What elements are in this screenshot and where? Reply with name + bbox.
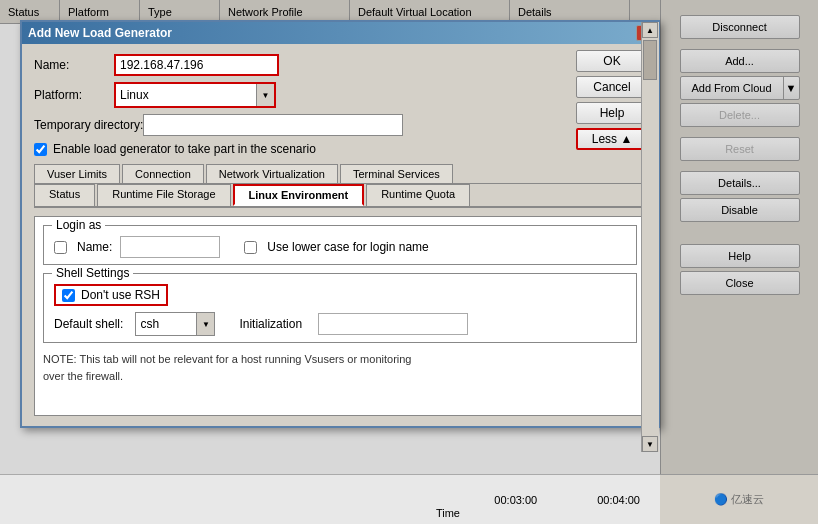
lowercase-label: Use lower case for login name <box>267 240 428 254</box>
logo-text: 🔵 亿速云 <box>714 492 764 507</box>
login-as-group: Login as Name: Use lower case for login … <box>43 225 637 265</box>
name-input[interactable] <box>114 54 279 76</box>
tabs-row-2: Status Runtime File Storage Linux Enviro… <box>34 184 646 208</box>
time2-container: 00:04:00 <box>597 494 640 506</box>
platform-select[interactable]: Linux Windows HP-UX Solaris <box>116 84 256 106</box>
scroll-up-button[interactable]: ▲ <box>642 22 658 38</box>
temp-dir-label: Temporary directory: <box>34 118 143 132</box>
modal-body: Name: Platform: Linux Windows HP-UX Sola… <box>22 44 658 426</box>
time1-value: 00:03:00 <box>494 494 537 506</box>
login-as-legend: Login as <box>52 218 105 232</box>
tab-status[interactable]: Status <box>34 184 95 206</box>
platform-row: Platform: Linux Windows HP-UX Solaris ▼ <box>34 82 646 108</box>
shell-settings-legend: Shell Settings <box>52 266 133 280</box>
name-label: Name: <box>34 58 114 72</box>
tab-runtime-quota[interactable]: Runtime Quota <box>366 184 470 206</box>
temp-dir-input[interactable] <box>143 114 403 136</box>
login-name-label: Name: <box>77 240 112 254</box>
default-shell-row: Default shell: csh bash sh ksh ▼ Initial… <box>54 312 626 336</box>
login-name-input[interactable] <box>120 236 220 258</box>
dont-use-rsh-row: Don't use RSH <box>54 284 168 306</box>
tab-linux-environment[interactable]: Linux Environment <box>233 184 365 206</box>
time1-container: 00:03:00 <box>494 494 537 506</box>
enable-label: Enable load generator to take part in th… <box>53 142 316 156</box>
note-text: NOTE: This tab will not be relevant for … <box>43 351 637 384</box>
dont-use-rsh-container: Don't use RSH <box>54 280 626 306</box>
ok-button[interactable]: OK <box>576 50 648 72</box>
shell-select[interactable]: csh bash sh ksh <box>136 314 196 334</box>
cancel-button[interactable]: Cancel <box>576 76 648 98</box>
default-shell-label: Default shell: <box>54 317 123 331</box>
temp-dir-row: Temporary directory: <box>34 114 646 136</box>
logo-area: 🔵 亿速云 <box>660 474 818 524</box>
initialization-label: Initialization <box>239 317 302 331</box>
modal-titlebar: Add New Load Generator ✕ <box>22 22 658 44</box>
lowercase-checkbox[interactable] <box>244 241 257 254</box>
scroll-down-button[interactable]: ▼ <box>642 436 658 452</box>
login-name-checkbox[interactable] <box>54 241 67 254</box>
modal-dialog: Add New Load Generator ✕ Name: Platform:… <box>20 20 660 428</box>
shell-select-arrow[interactable]: ▼ <box>196 313 214 335</box>
dont-use-rsh-label: Don't use RSH <box>81 288 160 302</box>
tab-vuser-limits[interactable]: Vuser Limits <box>34 164 120 183</box>
platform-label: Platform: <box>34 88 114 102</box>
enable-row: Enable load generator to take part in th… <box>34 142 646 156</box>
name-row: Name: <box>34 54 646 76</box>
enable-checkbox[interactable] <box>34 143 47 156</box>
scroll-thumb[interactable] <box>643 40 657 80</box>
time-area: 00:03:00 00:04:00 Time <box>0 474 660 524</box>
help-modal-button[interactable]: Help <box>576 102 648 124</box>
modal-scrollbar: ▲ ▼ <box>641 22 659 452</box>
modal-action-buttons: OK Cancel Help Less ▲ <box>576 50 648 150</box>
tab-connection[interactable]: Connection <box>122 164 204 183</box>
time2-value: 00:04:00 <box>597 494 640 506</box>
tabs-row-1: Vuser Limits Connection Network Virtuali… <box>34 164 646 184</box>
tab-panel: Login as Name: Use lower case for login … <box>34 216 646 416</box>
platform-select-arrow[interactable]: ▼ <box>256 84 274 106</box>
modal-title: Add New Load Generator <box>28 26 172 40</box>
tab-terminal-services[interactable]: Terminal Services <box>340 164 453 183</box>
time-label: Time <box>436 506 460 520</box>
login-as-row: Name: Use lower case for login name <box>54 232 626 258</box>
initialization-input[interactable] <box>318 313 468 335</box>
dont-use-rsh-checkbox[interactable] <box>62 289 75 302</box>
platform-select-wrap: Linux Windows HP-UX Solaris ▼ <box>114 82 276 108</box>
shell-select-wrap: csh bash sh ksh ▼ <box>135 312 215 336</box>
less-button[interactable]: Less ▲ <box>576 128 648 150</box>
tab-runtime-file-storage[interactable]: Runtime File Storage <box>97 184 230 206</box>
shell-settings-group: Shell Settings Don't use RSH Default she… <box>43 273 637 343</box>
tab-network-virtualization[interactable]: Network Virtualization <box>206 164 338 183</box>
